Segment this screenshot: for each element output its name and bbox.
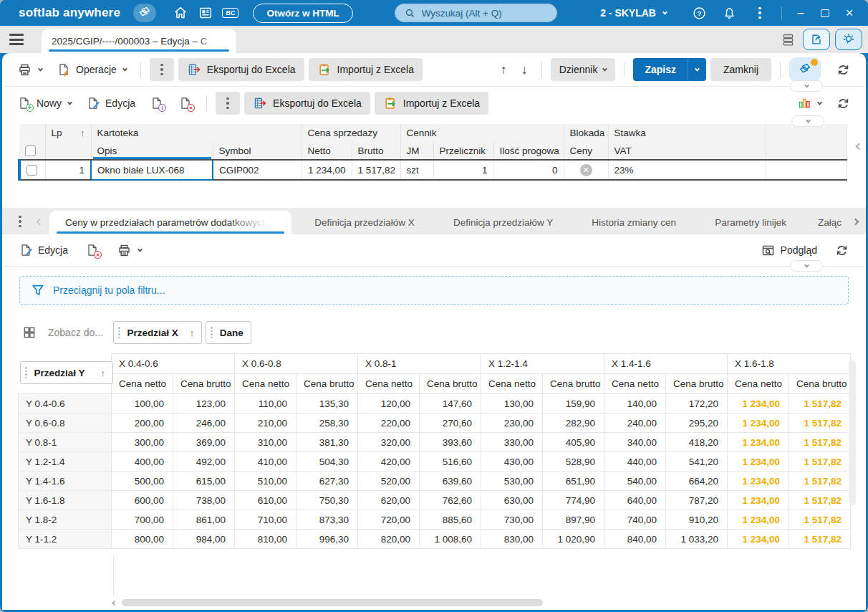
pivot-cell[interactable]: 1 234,00 bbox=[728, 452, 789, 472]
pivot-cell[interactable]: 300,00 bbox=[112, 433, 173, 452]
colgroup-cena-sprzedazy[interactable]: Cena sprzedaży bbox=[302, 124, 400, 142]
row-checkbox[interactable] bbox=[26, 165, 37, 176]
pivot-cell[interactable]: 440,00 bbox=[604, 452, 666, 472]
share-button[interactable] bbox=[803, 29, 830, 50]
pivot-cell[interactable]: 1 234,00 bbox=[728, 491, 789, 510]
pivot-cell[interactable]: 381,30 bbox=[296, 433, 358, 452]
pivot-cell[interactable]: 810,00 bbox=[235, 530, 296, 549]
tab-historia-zmiany-cen[interactable]: Historia zmiany cen bbox=[576, 211, 692, 234]
vertical-scrollbar[interactable] bbox=[849, 360, 856, 594]
pivot-cell[interactable]: 516,60 bbox=[420, 452, 481, 472]
cell-netto[interactable]: 1 234,00 bbox=[302, 160, 352, 180]
search-input[interactable] bbox=[422, 8, 549, 19]
chart-view-button[interactable] bbox=[792, 92, 826, 114]
bc-button[interactable]: BC bbox=[221, 3, 239, 23]
pivot-subcolumn-header[interactable]: Cena brutto bbox=[173, 374, 235, 394]
col-netto[interactable]: Netto bbox=[302, 142, 352, 160]
pivot-cell[interactable]: 140,00 bbox=[604, 394, 666, 413]
select-all-checkbox[interactable] bbox=[25, 145, 36, 156]
detail-delete-button[interactable]: × bbox=[80, 239, 105, 261]
pivot-cell[interactable]: 897,90 bbox=[543, 510, 604, 530]
pivot-cell[interactable]: 320,00 bbox=[358, 433, 420, 452]
grid-export-excel-button[interactable]: Eksportuj do Excela bbox=[244, 92, 370, 115]
help-button[interactable] bbox=[688, 3, 712, 23]
pivot-cell[interactable]: 1 517,82 bbox=[789, 491, 851, 510]
col-przelicznik[interactable]: Przelicznik bbox=[433, 142, 493, 160]
refresh-button[interactable] bbox=[831, 59, 856, 81]
pivot-cell[interactable]: 830,00 bbox=[481, 530, 543, 549]
pivot-cell[interactable]: 1 234,00 bbox=[728, 413, 789, 433]
cell-brutto[interactable]: 1 517,82 bbox=[352, 160, 400, 180]
vscroll-thumb[interactable] bbox=[849, 360, 856, 505]
save-split-button[interactable]: Zapisz bbox=[633, 58, 706, 81]
pivot-cell[interactable]: 1 517,82 bbox=[789, 394, 851, 413]
pivot-cell[interactable]: 310,00 bbox=[235, 433, 296, 452]
tips-button[interactable] bbox=[835, 29, 862, 50]
pivot-cell[interactable]: 1 033,20 bbox=[666, 530, 728, 549]
pivot-cell[interactable]: 996,30 bbox=[296, 530, 358, 549]
pivot-cell[interactable]: 615,00 bbox=[173, 472, 235, 491]
pivot-group-header[interactable]: X 1.2-1.4 bbox=[481, 354, 604, 374]
panel-list-icon[interactable] bbox=[781, 32, 796, 47]
pivot-cell[interactable]: 620,00 bbox=[358, 491, 420, 510]
news-button[interactable] bbox=[196, 3, 214, 23]
pivot-cell[interactable]: 700,00 bbox=[112, 510, 173, 530]
operations-button[interactable]: Operacje bbox=[52, 59, 132, 80]
collapse-grid-button[interactable] bbox=[791, 115, 824, 127]
preview-button[interactable]: Podgląd bbox=[756, 239, 822, 262]
pivot-cell[interactable]: 910,20 bbox=[666, 510, 728, 530]
pivot-row[interactable]: Y 1-1.2800,00984,00810,00996,30820,001 0… bbox=[19, 530, 851, 549]
pivot-column-chip-x[interactable]: Przedział X ↑ bbox=[113, 321, 202, 344]
pivot-cell[interactable]: 528,90 bbox=[543, 452, 604, 472]
pivot-cell[interactable]: 210,00 bbox=[235, 413, 296, 433]
move-up-button[interactable]: ↑ bbox=[496, 59, 512, 81]
scroll-left-icon[interactable] bbox=[112, 600, 117, 605]
app-switcher-button[interactable] bbox=[133, 4, 156, 22]
pivot-cell[interactable]: 639,60 bbox=[420, 472, 481, 491]
pivot-row[interactable]: Y 1.2-1.4400,00492,00410,00504,30420,005… bbox=[19, 452, 851, 472]
pivot-cell[interactable]: 100,00 bbox=[112, 394, 173, 413]
pivot-subcolumn-header[interactable]: Cena netto bbox=[358, 374, 420, 394]
toolbar-more-button[interactable] bbox=[150, 58, 174, 81]
colgroup-cennik[interactable]: Cennik bbox=[400, 124, 564, 142]
pivot-cell[interactable]: 541,20 bbox=[666, 452, 728, 472]
tabs-scroll-left-button[interactable] bbox=[29, 209, 49, 234]
pivot-cell[interactable]: 520,00 bbox=[358, 472, 420, 491]
pivot-cell[interactable]: 885,60 bbox=[420, 510, 481, 530]
pivot-cell[interactable]: 640,00 bbox=[604, 491, 666, 510]
pivot-cell[interactable]: 220,00 bbox=[358, 413, 420, 433]
related-windows-button[interactable] bbox=[789, 57, 821, 82]
pivot-group-header[interactable]: X 0.8-1 bbox=[358, 354, 481, 374]
col-jm[interactable]: JM bbox=[400, 142, 433, 160]
pivot-subcolumn-header[interactable]: Cena netto bbox=[235, 374, 296, 394]
filter-drop-zone[interactable]: Przeciągnij tu pola filtru... bbox=[19, 276, 849, 305]
pivot-cell[interactable]: 750,30 bbox=[296, 491, 358, 510]
pivot-cell[interactable]: 600,00 bbox=[112, 491, 173, 510]
pivot-subcolumn-header[interactable]: Cena brutto bbox=[420, 374, 481, 394]
pivot-cell[interactable]: 172,20 bbox=[666, 394, 728, 413]
pivot-cell[interactable]: 240,00 bbox=[604, 413, 666, 433]
cell-jm[interactable]: szt bbox=[400, 160, 433, 180]
col-opis[interactable]: Opis bbox=[91, 142, 213, 160]
row-info-button[interactable]: i bbox=[145, 92, 169, 114]
pivot-group-header[interactable]: X 0.6-0.8 bbox=[235, 354, 358, 374]
collapse-toolbar-button[interactable] bbox=[790, 80, 823, 92]
col-vat[interactable]: VAT bbox=[608, 142, 766, 160]
pivot-subcolumn-header[interactable]: Cena netto bbox=[481, 374, 543, 394]
col-lp[interactable]: Lp↑ bbox=[45, 124, 91, 142]
pivot-cell[interactable]: 246,00 bbox=[173, 413, 235, 433]
main-menu-button[interactable] bbox=[0, 26, 33, 53]
import-excel-button[interactable]: Importuj z Excela bbox=[309, 58, 423, 81]
pivot-cell[interactable]: 135,30 bbox=[296, 394, 358, 413]
pivot-cell[interactable]: 630,00 bbox=[481, 491, 543, 510]
detail-refresh-button[interactable] bbox=[829, 239, 854, 262]
pivot-subcolumn-header[interactable]: Cena brutto bbox=[543, 374, 604, 394]
notifications-button[interactable] bbox=[718, 3, 742, 23]
col-symbol[interactable]: Symbol bbox=[213, 142, 302, 160]
edit-row-button[interactable]: Edycja bbox=[81, 92, 140, 114]
pivot-cell[interactable]: 230,00 bbox=[481, 413, 543, 433]
pivot-cell[interactable]: 258,30 bbox=[296, 413, 358, 433]
pivot-row-chip-y[interactable]: Przedział Y↑ bbox=[20, 361, 113, 384]
home-button[interactable] bbox=[171, 3, 189, 23]
pivot-cell[interactable]: 1 234,00 bbox=[728, 472, 789, 491]
